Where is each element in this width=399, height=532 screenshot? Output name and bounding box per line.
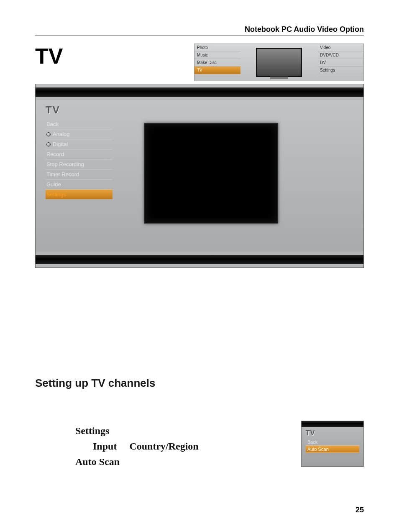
mini-item-dvdvcd[interactable]: DVD/VCD	[317, 51, 363, 59]
decor-bar-top	[302, 421, 363, 427]
tv-item-label: Analog	[53, 131, 69, 137]
tv-item-timerrecord[interactable]: Timer Record	[46, 170, 113, 180]
tv-sidebar-title: TV	[46, 104, 113, 116]
tv-item-label: Digital	[53, 141, 68, 147]
tv-item-back[interactable]: Back	[46, 119, 113, 129]
tv-item-label: Back	[46, 121, 59, 127]
page-header: Notebook PC Audio Video Option	[35, 25, 364, 36]
mini-item-tv[interactable]: TV	[194, 67, 240, 74]
tv-item-stoprecording[interactable]: Stop Recording	[46, 159, 113, 170]
small-item-back[interactable]: Back	[306, 439, 359, 446]
mini-right-column: Video DVD/VCD DV Settings	[317, 44, 363, 81]
body-block: Settings Input Country/Region Auto Scan …	[35, 423, 364, 470]
tv-app-screenshot: TV Back Analog Digital Record Stop Recor…	[35, 84, 364, 268]
tv-item-label: Settings	[46, 191, 66, 198]
tv-item-label: Record	[46, 151, 64, 157]
tv-item-label: Stop Recording	[46, 161, 84, 167]
top-row: TV Photo Music Make Disc TV Video DVD/VC…	[35, 44, 364, 81]
tv-item-label: Guide	[46, 181, 61, 188]
tv-item-record[interactable]: Record	[46, 149, 113, 159]
decor-bar-top	[36, 87, 363, 97]
decor-bar-bottom	[36, 255, 363, 264]
tv-item-settings[interactable]: Settings	[46, 190, 113, 199]
keyword-settings: Settings	[75, 425, 109, 436]
mini-item-makedisc[interactable]: Make Disc	[194, 59, 240, 67]
page-title: TV	[35, 44, 190, 69]
mini-item-photo[interactable]: Photo	[194, 44, 240, 51]
tv-sidebar: TV Back Analog Digital Record Stop Recor…	[46, 104, 113, 199]
keyword-input: Input	[93, 441, 117, 452]
tv-inner: TV Back Analog Digital Record Stop Recor…	[36, 100, 363, 252]
mini-item-dv[interactable]: DV	[317, 59, 363, 67]
tv-icon	[256, 48, 302, 77]
mini-center	[240, 44, 317, 81]
section-heading: Setting up TV channels	[35, 377, 364, 390]
radio-icon	[46, 132, 51, 136]
mini-left-column: Photo Music Make Disc TV	[194, 44, 240, 81]
mini-item-music[interactable]: Music	[194, 51, 240, 59]
tv-item-digital[interactable]: Digital	[46, 139, 113, 149]
mini-item-video[interactable]: Video	[317, 44, 363, 51]
mini-home-menu: Photo Music Make Disc TV Video DVD/VCD D…	[194, 44, 364, 81]
small-sidebar: TV Back Auto Scan	[306, 429, 359, 453]
body-text: Settings Input Country/Region Auto Scan	[35, 423, 289, 470]
tv-item-guide[interactable]: Guide	[46, 180, 113, 190]
page-number: 25	[356, 506, 364, 514]
radio-icon	[46, 142, 51, 146]
small-item-autoscan[interactable]: Auto Scan	[306, 446, 359, 453]
tv-settings-screenshot: TV Back Auto Scan	[301, 421, 364, 467]
keyword-country: Country/Region	[129, 441, 198, 452]
small-sidebar-title: TV	[306, 429, 359, 437]
tv-item-label: Timer Record	[46, 171, 79, 177]
mini-item-settings[interactable]: Settings	[317, 67, 363, 74]
tv-preview-area	[144, 123, 278, 224]
tv-item-analog[interactable]: Analog	[46, 129, 113, 139]
keyword-autoscan: Auto Scan	[75, 456, 120, 467]
